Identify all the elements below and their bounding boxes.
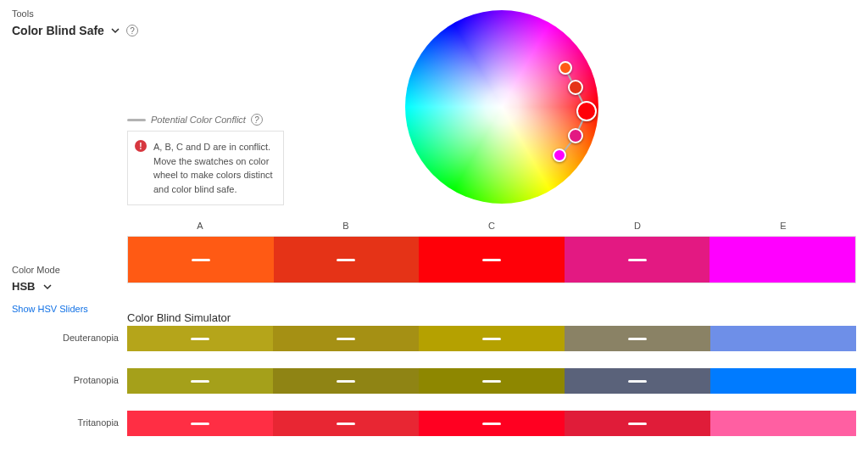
simulator-swatch: [273, 326, 419, 351]
palette: ABCDE: [127, 221, 856, 283]
palette-swatch[interactable]: [709, 237, 855, 283]
drag-handle-icon: [628, 423, 647, 425]
drag-handle-icon: [482, 259, 501, 261]
sim-row-label: Tritanopia: [77, 417, 119, 428]
simulator-swatch: [565, 411, 710, 436]
drag-handle-icon: [482, 423, 501, 425]
palette-swatch[interactable]: [274, 237, 420, 283]
drag-handle-icon: [337, 380, 355, 383]
drag-handle-icon: [628, 338, 647, 340]
drag-handle-icon: [337, 423, 355, 425]
sim-row-label: Protanopia: [74, 375, 119, 385]
simulator-swatch: [127, 411, 273, 436]
simulator-title: Color Blind Simulator: [127, 311, 231, 324]
simulator-row: [127, 411, 856, 436]
help-icon[interactable]: ?: [126, 25, 138, 36]
drag-handle-icon: [482, 338, 501, 340]
drag-handle-icon: [191, 380, 209, 383]
simulator-swatch: [127, 326, 273, 351]
simulator-row: [127, 368, 856, 394]
alert-icon: !: [135, 140, 147, 152]
drag-handle-icon: [337, 259, 355, 261]
tool-name: Color Blind Safe: [12, 24, 104, 37]
drag-handle-icon: [192, 259, 210, 261]
legend: Potential Color Conflict ?: [127, 114, 263, 126]
simulator-swatch: [273, 411, 419, 436]
color-mode-value: HSB: [12, 280, 35, 293]
chevron-down-icon: [111, 26, 120, 35]
simulator-swatch: [273, 368, 419, 394]
legend-label: Potential Color Conflict: [151, 115, 246, 125]
conflict-warning: ! A, B, C and D are in conflict. Move th…: [127, 131, 284, 205]
simulator-swatch: [419, 326, 565, 351]
wheel-marker[interactable]: [568, 80, 583, 95]
wheel-marker[interactable]: [553, 148, 566, 162]
column-label: B: [273, 221, 419, 231]
sim-row-label: Deuteranopia: [63, 333, 119, 343]
simulator-swatch: [710, 411, 856, 436]
color-mode-dropdown[interactable]: HSB: [12, 280, 52, 293]
column-label: D: [565, 221, 710, 231]
palette-swatch[interactable]: [565, 237, 710, 283]
color-mode-label: Color Mode: [12, 265, 60, 275]
color-wheel[interactable]: [405, 10, 598, 204]
drag-handle-icon: [628, 380, 647, 383]
simulator-swatch: [565, 368, 710, 394]
simulator-swatch: [710, 326, 856, 351]
palette-swatch[interactable]: [128, 237, 274, 283]
chevron-down-icon: [43, 283, 52, 291]
drag-handle-icon: [482, 380, 501, 383]
column-label: E: [710, 221, 856, 231]
drag-handle-icon: [337, 338, 355, 340]
wheel-marker[interactable]: [576, 101, 597, 121]
show-sliders-link[interactable]: Show HSV Sliders: [12, 304, 88, 314]
simulator: [127, 326, 856, 453]
column-label: C: [419, 221, 565, 231]
column-label: A: [127, 221, 273, 231]
wheel-marker[interactable]: [568, 128, 583, 143]
drag-handle-icon: [191, 423, 209, 425]
palette-swatch[interactable]: [419, 237, 565, 283]
simulator-swatch: [710, 368, 856, 394]
simulator-swatch: [565, 326, 710, 351]
simulator-swatch: [419, 411, 565, 436]
tool-dropdown[interactable]: Color Blind Safe ?: [12, 24, 138, 37]
drag-handle-icon: [628, 259, 647, 261]
wheel-marker[interactable]: [559, 61, 572, 75]
simulator-swatch: [127, 368, 273, 394]
tools-section-label: Tools: [12, 8, 34, 19]
warning-text: A, B, C and D are in conflict. Move the …: [153, 142, 273, 194]
legend-line-icon: [127, 119, 146, 121]
simulator-swatch: [419, 368, 565, 394]
help-icon[interactable]: ?: [251, 114, 263, 126]
drag-handle-icon: [191, 338, 209, 340]
simulator-row: [127, 326, 856, 351]
